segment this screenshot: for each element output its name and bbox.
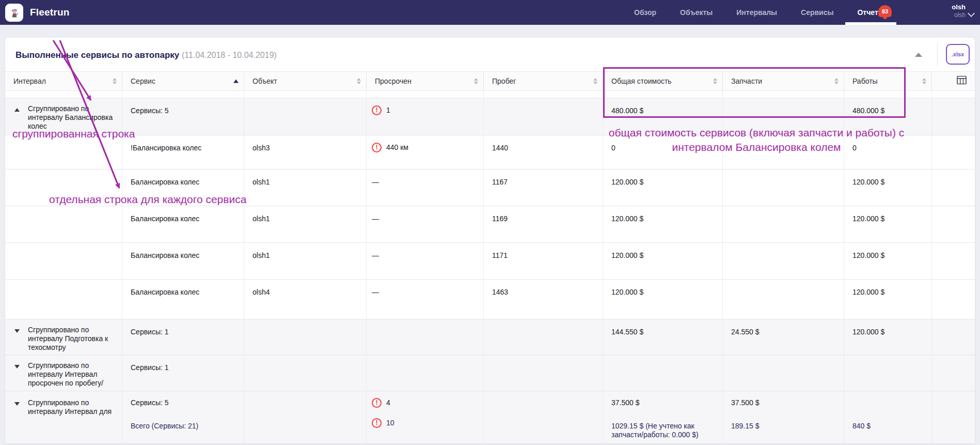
report-title: Выполненные сервисы по автопарку [15,50,179,60]
fleetrun-logo[interactable] [5,4,23,22]
cell-service: Балансировка колес [122,280,244,319]
cell-interval [5,135,122,169]
column-header-mileage[interactable]: Пробег [484,72,603,90]
cell-parts [723,355,844,391]
sort-asc-icon[interactable] [233,80,239,83]
cell-total-cost: 120.000 $ [603,170,723,206]
fleetrun-app: { "nav": { "brand": "Fleetrun", "items":… [0,0,980,445]
collapse-group-icon[interactable] [14,108,20,112]
cell-total-cost: 480.000 $ [603,98,723,135]
user-menu[interactable]: olsh olsh [952,3,974,19]
cell-object: olsh4 [244,280,367,319]
user-name: olsh [952,3,966,11]
collapse-report-icon[interactable] [915,53,922,57]
cell-mileage [484,319,603,355]
cell-interval [5,170,122,206]
expand-group-icon[interactable] [14,402,20,406]
column-header-overdue[interactable]: Просрочен [367,72,484,90]
sort-icon[interactable] [834,78,839,84]
cell-parts: 37.500 $ 189.15 $ [723,391,844,443]
cell-object: olsh1 [244,243,367,279]
cell-works: 120.000 $ [844,206,932,242]
cell-service: Балансировка колес [122,170,244,206]
service-row: Балансировка колес olsh1 — 1171 120.000 … [5,243,975,280]
cell-interval: Сгруппировано по интервалу Подготовка к … [5,319,122,355]
cell-object [244,391,367,443]
sort-icon[interactable] [922,78,926,84]
sort-icon[interactable] [357,78,361,84]
cell-works: 840 $ [844,391,932,443]
totals-parts: 189.15 $ [731,422,836,431]
service-row: Балансировка колес olsh4 — 1463 120.000 … [5,280,975,319]
column-settings-cell [932,72,975,90]
overdue-warning-icon: ! [372,418,382,428]
overdue-warning-icon: ! [372,105,382,115]
cell-works: 120.000 $ [844,243,932,279]
overdue-warning-icon: ! [372,398,382,408]
column-settings-icon[interactable] [957,76,967,87]
cell-overdue: ! 1 [367,98,484,135]
nav-item-obzor[interactable]: Обзор [622,0,668,25]
group-row-with-totals[interactable]: Сгруппировано по интервалу Интервал для … [5,391,975,443]
cell-parts [723,135,844,169]
nav-item-intervaly[interactable]: Интервалы [724,0,789,25]
totals-total-cost: 1029.15 $ (Не учтено как запчасти/работы… [611,422,714,439]
cell-total-cost: 144.550 $ [603,319,723,355]
report-table: Интервал Сервис Объект Просрочен Пробег … [5,71,975,443]
column-header-object[interactable]: Объект [244,72,367,90]
cell-service: Балансировка колес [122,206,244,242]
group-row[interactable]: Сгруппировано по интервалу Подготовка к … [5,319,975,355]
export-xlsx-button[interactable]: .xlsx [946,44,970,65]
service-row: Балансировка колес olsh1 — 1169 120.000 … [5,206,975,243]
cell-mileage [484,355,603,391]
nav-item-servisy[interactable]: Сервисы [789,0,845,25]
sort-icon[interactable] [474,78,478,84]
cell-total-cost: 120.000 $ [603,243,723,279]
cell-object [244,98,367,135]
cell-overdue [367,319,484,355]
cell-mileage: 1463 [484,280,603,319]
sort-icon[interactable] [713,78,717,84]
column-header-works[interactable]: Работы [844,72,932,90]
table-header-row: Интервал Сервис Объект Просрочен Пробег … [5,71,975,91]
cell-interval: Сгруппировано по интервалу Интервал для [5,391,122,443]
cell-total-cost: 0 [603,135,723,169]
brand-name: Fleetrun [30,0,70,25]
cell-mileage: 1167 [484,170,603,206]
expand-group-icon[interactable] [14,329,20,333]
cell-works: 0 [844,135,932,169]
cell-parts [723,98,844,135]
sort-icon[interactable] [113,78,117,84]
column-header-total-cost[interactable]: Общая стоимость [603,72,723,90]
cell-parts [723,243,844,279]
cell-service: Сервисы: 1 [122,355,244,391]
cell-object: olsh3 [244,135,367,169]
cell-object: olsh1 [244,206,367,242]
user-account: olsh [952,11,966,19]
cell-service: !Балансировка колес [122,135,244,169]
cell-object [244,355,367,391]
cell-parts [723,280,844,319]
cell-works [844,355,932,391]
notifications-bell-icon[interactable]: 83 [878,5,892,17]
group-row[interactable]: Сгруппировано по интервалу Интервал прос… [5,355,975,391]
cell-total-cost: 37.500 $ 1029.15 $ (Не учтено как запчас… [603,391,723,443]
column-header-interval[interactable]: Интервал [5,72,122,90]
cell-overdue: — [367,280,484,319]
page-title: Выполненные сервисы по автопарку (11.04.… [15,50,277,60]
cell-works: 120.000 $ [844,319,932,355]
nav-item-obekty[interactable]: Объекты [668,0,724,25]
group-row[interactable]: Сгруппировано по интервалу Балансировка … [5,98,975,135]
cell-mileage [484,98,603,135]
top-navbar: Fleetrun Обзор Объекты Интервалы Сервисы… [0,0,980,25]
column-header-service[interactable]: Сервис [122,72,244,90]
report-card: Выполненные сервисы по автопарку (11.04.… [5,38,975,443]
sort-icon[interactable] [593,78,597,84]
notification-badge: 83 [882,8,888,14]
cell-service: Сервисы: 5 [122,98,244,135]
cell-object: olsh1 [244,170,367,206]
cell-service: Сервисы: 1 [122,319,244,355]
cell-works: 120.000 $ [844,170,932,206]
column-header-parts[interactable]: Запчасти [723,72,844,90]
expand-group-icon[interactable] [14,365,20,369]
